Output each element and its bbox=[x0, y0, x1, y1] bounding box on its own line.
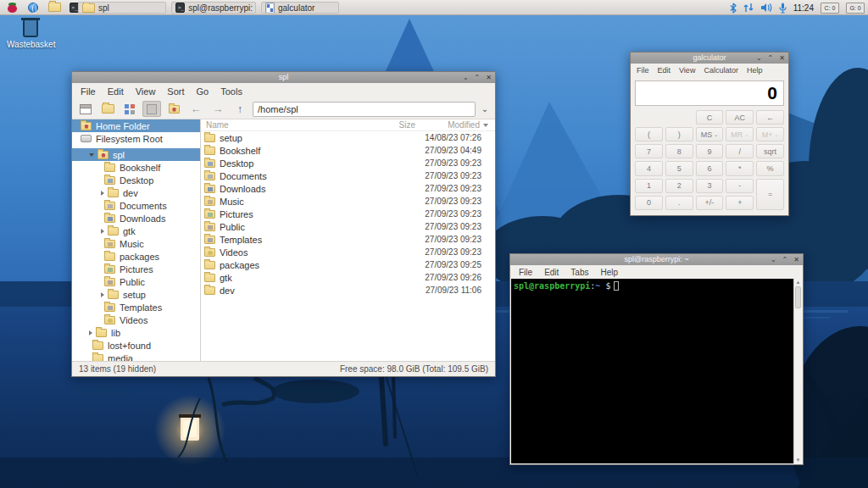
scroll-down-icon[interactable]: ▼ bbox=[794, 457, 802, 463]
tree-item-lost-found[interactable]: lost+found bbox=[72, 339, 200, 352]
file-row-templates[interactable]: Templates27/09/23 09:23 bbox=[201, 233, 495, 246]
tree-item-gtk[interactable]: gtk bbox=[72, 225, 200, 237]
calc-button--[interactable]: +/- bbox=[696, 196, 724, 210]
place-item-home-folder[interactable]: Home Folder bbox=[72, 119, 200, 132]
tree-item-desktop[interactable]: Desktop bbox=[72, 174, 200, 186]
taskbar-window-spl[interactable]: spl bbox=[78, 2, 166, 14]
wastebasket-desktop-icon[interactable]: Wastebasket bbox=[7, 20, 54, 49]
file-row-documents[interactable]: Documents27/09/23 09:23 bbox=[201, 169, 495, 182]
calc-button-9[interactable]: 9 bbox=[696, 144, 724, 158]
path-input[interactable]: /home/spl bbox=[253, 102, 476, 117]
fm-menu-file[interactable]: File bbox=[75, 86, 102, 97]
close-button[interactable]: ✕ bbox=[779, 53, 785, 64]
list-view-button[interactable] bbox=[142, 101, 161, 117]
close-button[interactable]: ✕ bbox=[793, 254, 799, 265]
calc-button-0[interactable]: 0 bbox=[635, 196, 663, 210]
calc-button--[interactable]: * bbox=[726, 161, 754, 175]
home-button[interactable] bbox=[164, 101, 183, 117]
tree-item-documents[interactable]: Documents bbox=[72, 199, 200, 212]
calc-button-5[interactable]: 5 bbox=[665, 161, 693, 175]
calc-menu-edit[interactable]: Edit bbox=[654, 65, 676, 75]
cpu-monitor[interactable]: C: 0 bbox=[821, 3, 839, 14]
raspberry-menu-icon[interactable] bbox=[5, 2, 19, 14]
calc-menu-calculator[interactable]: Calculator bbox=[699, 65, 743, 75]
clock[interactable]: 11:24 bbox=[793, 3, 814, 13]
web-browser-icon[interactable] bbox=[26, 2, 40, 14]
minimize-button[interactable]: ⌄ bbox=[756, 53, 762, 64]
forward-button[interactable]: → bbox=[209, 101, 227, 117]
calc-menu-file[interactable]: File bbox=[632, 65, 654, 75]
calc-titlebar[interactable]: galculator ⌄⌃✕ bbox=[631, 53, 788, 64]
maximize-button[interactable]: ⌃ bbox=[768, 53, 774, 64]
term-titlebar[interactable]: spl@raspberrypi: ~ ⌄⌃✕ bbox=[510, 254, 803, 265]
tree-item-bookshelf[interactable]: Bookshelf bbox=[72, 161, 200, 174]
file-row-bookshelf[interactable]: Bookshelf27/09/23 04:49 bbox=[201, 144, 495, 157]
path-dropdown-icon[interactable]: ⌄ bbox=[479, 104, 491, 114]
taskbar-window-spl-raspberrypi-[interactable]: >_spl@raspberrypi: ~ bbox=[171, 2, 256, 14]
place-item-filesystem-root[interactable]: Filesystem Root bbox=[72, 132, 200, 145]
file-row-pictures[interactable]: Pictures27/09/23 09:23 bbox=[201, 208, 495, 220]
file-row-dev[interactable]: dev27/09/23 11:06 bbox=[201, 284, 495, 297]
taskbar-window-galculator[interactable]: galculator bbox=[261, 2, 339, 14]
calc-button--[interactable]: % bbox=[756, 161, 784, 175]
tree-item-public[interactable]: Public bbox=[72, 275, 200, 288]
calc-button-sqrt[interactable]: sqrt bbox=[756, 144, 784, 158]
maximize-button[interactable]: ⌃ bbox=[475, 72, 481, 83]
terminal-scrollbar[interactable]: ▲ ▼ bbox=[793, 279, 802, 463]
fm-menu-sort[interactable]: Sort bbox=[161, 86, 190, 97]
bluetooth-icon[interactable] bbox=[730, 3, 737, 14]
file-row-videos[interactable]: Videos27/09/23 09:23 bbox=[201, 246, 495, 258]
column-header-size[interactable]: Size bbox=[371, 120, 415, 130]
file-row-setup[interactable]: setup14/08/23 07:26 bbox=[201, 131, 495, 144]
term-menu-tabs[interactable]: Tabs bbox=[565, 267, 594, 278]
tree-item-dev[interactable]: dev bbox=[72, 186, 200, 199]
tree-item-lib[interactable]: lib bbox=[72, 326, 200, 339]
tree-item-setup[interactable]: setup bbox=[72, 288, 200, 301]
calc-button-m-[interactable]: M+⌄ bbox=[756, 127, 784, 141]
calc-button-ms[interactable]: MS⌄ bbox=[696, 127, 724, 141]
new-folder-button[interactable] bbox=[98, 101, 117, 117]
calc-button--[interactable]: - bbox=[726, 179, 754, 193]
file-row-music[interactable]: Music27/09/23 09:23 bbox=[201, 195, 495, 208]
volume-icon[interactable] bbox=[760, 3, 772, 13]
new-window-button[interactable] bbox=[76, 101, 95, 117]
calc-button-8[interactable]: 8 bbox=[665, 144, 693, 158]
tree-item-music[interactable]: Music bbox=[72, 237, 200, 250]
calc-button-7[interactable]: 7 bbox=[635, 144, 663, 158]
expander-open-icon[interactable] bbox=[89, 153, 94, 157]
scroll-up-icon[interactable]: ▲ bbox=[794, 279, 802, 286]
maximize-button[interactable]: ⌃ bbox=[782, 254, 788, 265]
scrollbar-thumb[interactable] bbox=[795, 286, 801, 308]
network-updown-icon[interactable] bbox=[743, 3, 754, 13]
calc-button--[interactable]: ← bbox=[756, 110, 784, 125]
calc-button-2[interactable]: 2 bbox=[665, 179, 693, 193]
calc-button-3[interactable]: 3 bbox=[696, 179, 724, 193]
calc-button--[interactable]: . bbox=[665, 196, 693, 210]
fm-menu-go[interactable]: Go bbox=[191, 86, 215, 97]
calc-button-ac[interactable]: AC bbox=[726, 110, 754, 125]
tree-item-templates[interactable]: Templates bbox=[72, 301, 200, 313]
microphone-icon[interactable] bbox=[779, 3, 787, 14]
minimize-button[interactable]: ⌄ bbox=[463, 72, 469, 83]
term-menu-help[interactable]: Help bbox=[594, 267, 624, 278]
file-row-packages[interactable]: packages27/09/23 09:25 bbox=[201, 258, 495, 271]
calc-button--[interactable]: ) bbox=[665, 127, 693, 141]
expander-closed-icon[interactable] bbox=[101, 229, 104, 234]
icon-view-button[interactable] bbox=[120, 101, 139, 117]
calc-button--[interactable]: + bbox=[726, 196, 754, 210]
calc-button--[interactable]: = bbox=[756, 179, 784, 210]
gpu-monitor[interactable]: G: 0 bbox=[846, 3, 865, 14]
column-header-modified[interactable]: Modified bbox=[415, 120, 480, 130]
tree-item-packages[interactable]: packages bbox=[72, 250, 200, 263]
fm-menu-edit[interactable]: Edit bbox=[102, 86, 130, 97]
expander-closed-icon[interactable] bbox=[101, 191, 104, 196]
fm-titlebar[interactable]: spl ⌄⌃✕ bbox=[72, 72, 495, 83]
calc-button-1[interactable]: 1 bbox=[635, 179, 663, 193]
fm-menu-tools[interactable]: Tools bbox=[214, 86, 248, 97]
calc-button--[interactable]: / bbox=[726, 144, 754, 158]
tree-item-media[interactable]: media bbox=[72, 352, 200, 361]
up-button[interactable]: ↑ bbox=[231, 101, 249, 117]
fm-menu-view[interactable]: View bbox=[130, 86, 162, 97]
calc-button-mr[interactable]: MR⌄ bbox=[726, 127, 754, 141]
column-header-name[interactable]: Name bbox=[204, 120, 371, 130]
